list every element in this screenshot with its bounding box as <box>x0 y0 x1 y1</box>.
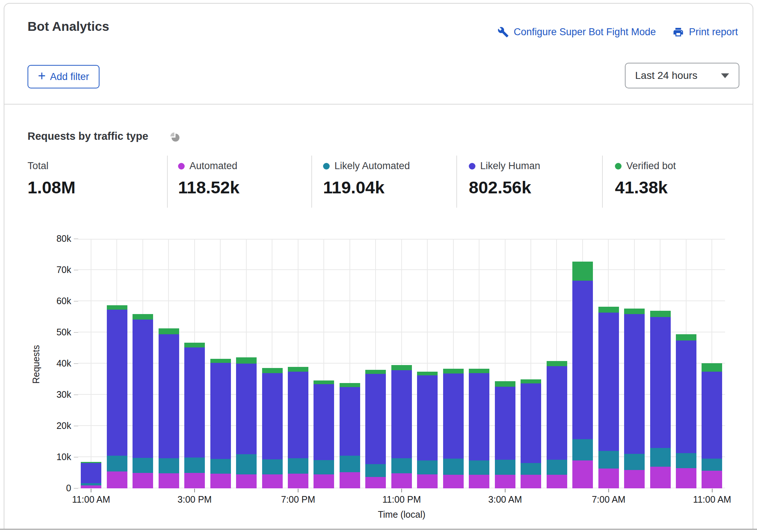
likely-automated-legend-dot-icon <box>323 163 330 170</box>
chart-bar[interactable] <box>676 334 696 488</box>
stats-divider <box>602 156 603 208</box>
chart-bar[interactable] <box>624 309 645 488</box>
y-tick-label: 40k <box>21 358 71 369</box>
automated-legend-dot-icon <box>178 163 185 170</box>
chart-bar[interactable] <box>521 379 541 488</box>
printer-icon <box>673 26 684 38</box>
bar-segment-likely-human <box>236 364 257 454</box>
configure-super-bot-fight-mode-link[interactable]: Configure Super Bot Fight Mode <box>497 26 656 38</box>
x-tick <box>91 489 91 492</box>
bar-segment-automated <box>598 469 619 488</box>
chart-bar[interactable] <box>184 343 205 488</box>
bar-segment-likely-automated <box>184 458 205 473</box>
chart-bar[interactable] <box>262 368 283 488</box>
x-tick <box>608 489 609 492</box>
chart-bar[interactable] <box>547 361 567 488</box>
bar-segment-likely-human <box>598 313 619 451</box>
stat-label: Likely Human <box>480 160 540 172</box>
stats-divider <box>456 156 457 208</box>
time-range-select[interactable]: Last 24 hours <box>625 63 739 88</box>
bar-segment-likely-human <box>107 310 127 456</box>
x-tick-label: 3:00 PM <box>162 494 228 505</box>
chart-bar[interactable] <box>107 305 127 488</box>
chart-bar[interactable] <box>365 370 386 488</box>
chart-bar[interactable] <box>598 307 619 488</box>
chart-bar[interactable] <box>702 363 722 488</box>
chart-bar[interactable] <box>133 314 153 488</box>
chart-bar[interactable] <box>314 380 334 488</box>
bar-segment-automated <box>417 474 438 488</box>
section-bottom-divider <box>0 529 757 530</box>
y-tick-label: 30k <box>21 389 71 400</box>
bar-segment-automated <box>495 475 515 488</box>
bar-segment-likely-automated <box>210 459 231 474</box>
bar-segment-likely-automated <box>365 464 386 477</box>
bar-segment-automated <box>469 475 489 488</box>
bar-segment-likely-automated <box>81 483 101 486</box>
bar-segment-likely-automated <box>572 439 593 460</box>
bar-segment-likely-automated <box>236 454 257 474</box>
page-title: Bot Analytics <box>28 19 109 34</box>
stat-value: 41.38k <box>615 177 676 197</box>
chart-bar[interactable] <box>236 357 257 488</box>
y-axis-title: Requests <box>31 328 43 401</box>
bar-segment-verified-bot <box>391 365 412 370</box>
bar-segment-likely-human <box>624 314 645 454</box>
y-tick <box>74 488 78 489</box>
x-tick-label: 11:00 PM <box>369 494 435 505</box>
chart-bar-slot <box>337 240 363 488</box>
chart-bar[interactable] <box>81 462 101 488</box>
add-filter-button[interactable]: + Add filter <box>28 65 99 88</box>
y-tick-label: 0 <box>21 483 71 493</box>
y-tick <box>74 363 78 364</box>
chart-bar[interactable] <box>210 359 231 488</box>
stat-label: Total <box>28 160 48 172</box>
chart-bar[interactable] <box>417 372 438 488</box>
bar-segment-verified-bot <box>702 363 722 372</box>
bar-segment-verified-bot <box>521 379 541 383</box>
print-report-link[interactable]: Print report <box>673 26 738 38</box>
wrench-icon <box>497 26 509 38</box>
bar-segment-automated <box>262 474 283 488</box>
bar-segment-likely-automated <box>676 453 696 468</box>
chart-bar[interactable] <box>572 262 593 488</box>
chart-bar[interactable] <box>443 369 464 488</box>
chart-bar[interactable] <box>469 369 489 488</box>
bar-segment-likely-human <box>391 370 412 459</box>
bar-segment-automated <box>572 460 593 489</box>
bar-segment-automated <box>650 467 671 488</box>
y-tick <box>74 238 78 239</box>
bar-segment-verified-bot <box>676 334 696 340</box>
x-tick <box>712 489 713 492</box>
chart-bar-slot <box>518 240 544 488</box>
chart-bar[interactable] <box>391 365 412 488</box>
y-tick-label: 50k <box>21 327 71 338</box>
bar-segment-automated <box>391 473 412 488</box>
chart-bar[interactable] <box>340 383 360 488</box>
chart-bar[interactable] <box>650 311 671 488</box>
add-filter-label: Add filter <box>50 71 89 83</box>
chart-bar[interactable] <box>288 367 308 488</box>
y-tick <box>74 426 78 426</box>
bar-segment-likely-human <box>81 463 101 483</box>
chart-bar[interactable] <box>495 381 515 488</box>
y-tick-label: 70k <box>21 265 71 275</box>
bar-segment-verified-bot <box>340 383 360 387</box>
stat-automated: Automated118.52k <box>178 160 239 197</box>
chart-bar-slot <box>544 240 569 488</box>
bar-segment-likely-human <box>650 317 671 448</box>
chart-bar-slot <box>492 240 518 488</box>
chart-bar[interactable] <box>159 328 179 488</box>
bar-segment-likely-automated <box>288 458 308 474</box>
y-tick-label: 60k <box>21 296 71 306</box>
bar-segment-automated <box>365 477 386 488</box>
plus-icon: + <box>38 68 46 84</box>
bar-segment-likely-human <box>702 372 722 459</box>
bar-segment-automated <box>81 485 101 488</box>
stat-label: Verified bot <box>626 160 676 172</box>
chart-bar-slot <box>466 240 492 488</box>
bar-segment-verified-bot <box>443 369 464 374</box>
bar-segment-verified-bot <box>133 314 153 320</box>
time-range-value: Last 24 hours <box>635 70 698 81</box>
header-actions: Configure Super Bot Fight Mode Print rep… <box>497 26 738 38</box>
